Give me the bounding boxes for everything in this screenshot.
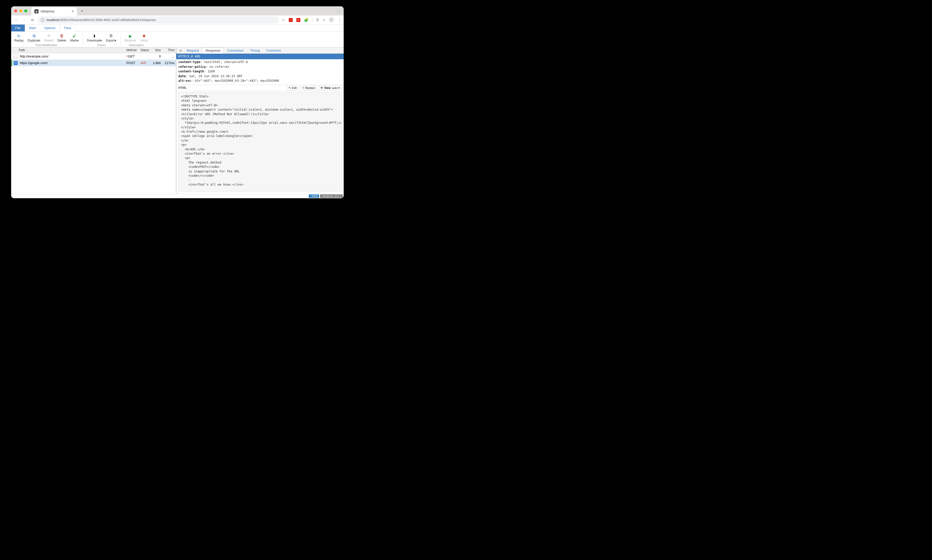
close-tab-button[interactable]: ✕ bbox=[71, 9, 74, 13]
tab-comment[interactable]: Comment bbox=[263, 48, 284, 54]
flow-status: 405 bbox=[139, 60, 151, 66]
export-button[interactable]: ⎘ Export▾ bbox=[104, 33, 118, 43]
abort-button[interactable]: ✖ Abort bbox=[138, 33, 150, 43]
flow-status bbox=[139, 56, 151, 57]
tab-request[interactable]: Request bbox=[183, 48, 202, 54]
forward-button[interactable]: → bbox=[22, 17, 27, 23]
detail-panel: ⊗ Request Response Connection Timing Com… bbox=[176, 48, 344, 194]
mark-button[interactable]: 🖌 Mark▾ bbox=[68, 33, 80, 43]
flow-method: POST bbox=[125, 60, 139, 66]
col-status[interactable]: Status bbox=[139, 48, 151, 53]
tab-favicon: ◧ bbox=[34, 9, 39, 14]
tabs-dropdown-button[interactable]: ⌄ bbox=[337, 9, 340, 13]
body-actions: ✎Edit ⇧Replace 👁View: auto ▾ bbox=[287, 86, 342, 90]
toolbar: ↻ Replay ⧉ Duplicate ↶ Revert 🗑 Delete 🖌… bbox=[11, 32, 344, 47]
header-row: content-length: 1589 bbox=[178, 69, 342, 74]
menu-start[interactable]: Start bbox=[25, 25, 40, 31]
revert-button[interactable]: ↶ Revert bbox=[42, 33, 55, 43]
extension-1-icon[interactable] bbox=[289, 18, 293, 22]
col-method[interactable]: Method bbox=[125, 48, 139, 53]
close-detail-button[interactable]: ⊗ bbox=[178, 48, 183, 54]
toolbar-right: ☆ ••• 🧩 ☰ ⤓ ⋮ bbox=[282, 17, 341, 23]
chrome-menu-icon[interactable]: ⋮ bbox=[337, 17, 341, 22]
resume-button[interactable]: ▶ Resume bbox=[123, 33, 138, 43]
header-row: referrer-policy: no-referrer bbox=[178, 65, 342, 69]
tab-response[interactable]: Response bbox=[202, 48, 223, 54]
duplicate-icon: ⧉ bbox=[33, 34, 35, 38]
url-path: :8081/#/flows/ecb80cc9-3094-4b01-a1b3-af… bbox=[60, 18, 156, 22]
response-headers: content-type: text/html; charset=UTF-8 r… bbox=[176, 59, 344, 85]
edit-button[interactable]: ✎Edit bbox=[287, 86, 299, 90]
address-bar: ← → ⟳ i localhost:8081/#/flows/ecb80cc9-… bbox=[11, 15, 344, 25]
pencil-icon: ✎ bbox=[289, 86, 291, 89]
header-row: content-type: text/html; charset=UTF-8 bbox=[178, 60, 342, 65]
delete-button[interactable]: 🗑 Delete bbox=[55, 33, 68, 43]
html-icon: <> bbox=[14, 61, 18, 65]
header-row: date: Sat, 29 Jun 2024 13:38:15 GMT bbox=[178, 74, 342, 79]
toolbar-group-interception: ▶ Resume ✖ Abort bbox=[122, 32, 151, 47]
tab-title: mitmproxy bbox=[40, 9, 69, 13]
body-type-label: HTML bbox=[178, 86, 186, 89]
menu-flow[interactable]: Flow bbox=[60, 25, 75, 32]
menu-options[interactable]: Options bbox=[40, 25, 60, 31]
flow-icon: <> bbox=[12, 60, 18, 66]
minimize-window-button[interactable] bbox=[19, 9, 22, 12]
flow-size: 0 bbox=[151, 54, 162, 59]
replay-icon: ↻ bbox=[17, 34, 20, 38]
detail-tabs: ⊗ Request Response Connection Timing Com… bbox=[176, 48, 344, 54]
tab-timing[interactable]: Timing bbox=[247, 48, 263, 54]
view-mode-button[interactable]: 👁View: auto ▾ bbox=[319, 86, 342, 90]
maximize-window-button[interactable] bbox=[24, 9, 27, 12]
flow-path: http://example.com/ bbox=[18, 54, 125, 59]
flow-icon bbox=[12, 54, 18, 59]
response-body[interactable]: <!DOCTYPE html> <html lang=en> <meta cha… bbox=[178, 92, 342, 192]
download-button[interactable]: ⬇ Download▾ bbox=[85, 33, 104, 43]
col-time[interactable]: Time bbox=[162, 48, 176, 53]
toolbar-group-modification: ↻ Replay ⧉ Duplicate ↶ Revert 🗑 Delete 🖌… bbox=[11, 32, 82, 47]
export-icon: ⎘ bbox=[110, 34, 112, 38]
download-icon: ⬇ bbox=[93, 34, 96, 38]
statusbar: *:8080 mitmproxy 10.3.1 bbox=[11, 194, 344, 198]
col-path[interactable]: Path bbox=[17, 48, 125, 53]
listen-port-badge[interactable]: *:8080 bbox=[309, 194, 319, 198]
body-toolbar: HTML ✎Edit ⇧Replace 👁View: auto ▾ bbox=[176, 85, 344, 91]
upload-icon: ⇧ bbox=[302, 86, 304, 89]
close-window-button[interactable] bbox=[14, 9, 17, 12]
flow-list: Path Method Status Size Time http://exam… bbox=[11, 48, 176, 194]
reload-button[interactable]: ⟳ bbox=[30, 17, 35, 23]
back-button[interactable]: ← bbox=[14, 17, 19, 23]
tab-connection[interactable]: Connection bbox=[223, 48, 247, 54]
response-status-line: HTTP/2.0 405 bbox=[176, 54, 344, 59]
flow-time: 117ms bbox=[162, 60, 176, 66]
toolbar-group-export: ⬇ Download▾ ⎘ Export▾ bbox=[84, 32, 119, 47]
main-split: Path Method Status Size Time http://exam… bbox=[11, 47, 344, 194]
trash-icon: 🗑 bbox=[60, 34, 64, 38]
app-menubar: File Start Options Flow bbox=[11, 25, 344, 32]
url-host: localhost bbox=[46, 18, 60, 22]
replay-button[interactable]: ↻ Replay bbox=[12, 33, 26, 43]
flow-list-header: Path Method Status Size Time bbox=[11, 48, 176, 53]
browser-tab[interactable]: ◧ mitmproxy ✕ bbox=[31, 7, 77, 15]
divider bbox=[312, 18, 313, 22]
flow-row[interactable]: <> https://google.com/ POST 405 1.6kb 11… bbox=[11, 60, 176, 66]
replace-button[interactable]: ⇧Replace bbox=[300, 86, 317, 90]
url-input[interactable]: i localhost:8081/#/flows/ecb80cc9-3094-4… bbox=[38, 17, 279, 23]
duplicate-button[interactable]: ⧉ Duplicate bbox=[26, 33, 42, 43]
col-size[interactable]: Size bbox=[151, 48, 162, 53]
new-tab-button[interactable]: ＋ bbox=[80, 8, 84, 14]
extension-2-icon[interactable]: ••• bbox=[296, 18, 300, 22]
traffic-lights bbox=[14, 9, 27, 12]
site-info-icon[interactable]: i bbox=[41, 18, 45, 22]
abort-icon: ✖ bbox=[142, 34, 146, 38]
play-icon: ▶ bbox=[129, 34, 132, 38]
paint-icon: 🖌 bbox=[72, 34, 77, 38]
profile-avatar[interactable] bbox=[329, 17, 334, 23]
bookmark-icon[interactable]: ☆ bbox=[282, 17, 285, 22]
flow-path: https://google.com/ bbox=[18, 60, 125, 66]
downloads-icon[interactable]: ⤓ bbox=[323, 18, 325, 22]
reading-list-icon[interactable]: ☰ bbox=[316, 18, 319, 22]
flow-row[interactable]: http://example.com/ !GET 0 ... bbox=[11, 53, 176, 60]
extensions-icon[interactable]: 🧩 bbox=[304, 18, 309, 22]
menu-file[interactable]: File bbox=[11, 25, 25, 31]
flow-size: 1.6kb bbox=[151, 60, 162, 66]
